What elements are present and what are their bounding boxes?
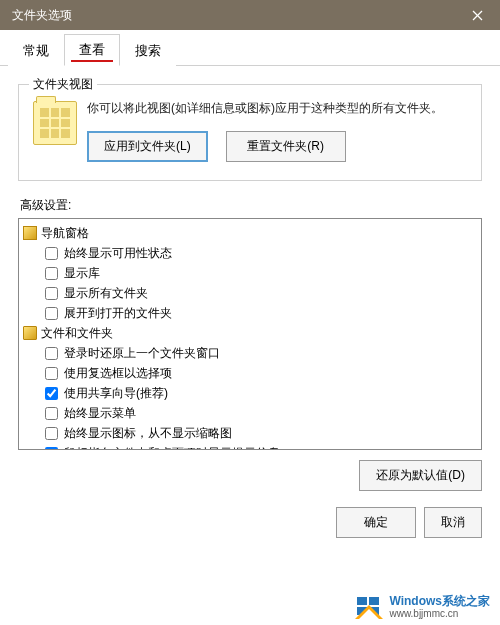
restore-defaults-button[interactable]: 还原为默认值(D) (359, 460, 482, 491)
tree-item-checkbox[interactable] (45, 287, 58, 300)
tree-item[interactable]: 显示所有文件夹 (21, 283, 479, 303)
tree-item-checkbox[interactable] (45, 367, 58, 380)
dialog-buttons: 确定 取消 (0, 507, 500, 550)
tree-item-checkbox[interactable] (45, 307, 58, 320)
tree-item-label: 始终显示图标，从不显示缩略图 (64, 424, 232, 442)
tab-search[interactable]: 搜索 (120, 35, 176, 66)
tree-item-label: 始终显示菜单 (64, 404, 136, 422)
tree-item[interactable]: 展开到打开的文件夹 (21, 303, 479, 323)
close-icon (472, 10, 483, 21)
advanced-settings-label: 高级设置: (20, 197, 482, 214)
titlebar: 文件夹选项 (0, 0, 500, 30)
tree-item[interactable]: 显示库 (21, 263, 479, 283)
tab-content: 文件夹视图 你可以将此视图(如详细信息或图标)应用于这种类型的所有文件夹。 应用… (0, 66, 500, 501)
tree-item-checkbox[interactable] (45, 247, 58, 260)
tree-item[interactable]: 使用共享向导(推荐) (21, 383, 479, 403)
tree-item-checkbox[interactable] (45, 427, 58, 440)
watermark-url: www.bjjmmc.cn (389, 608, 490, 619)
tab-view[interactable]: 查看 (64, 34, 120, 66)
window-title: 文件夹选项 (12, 7, 72, 24)
ok-button[interactable]: 确定 (336, 507, 416, 538)
tree-item-label: 始终显示可用性状态 (64, 244, 172, 262)
folder-group-icon (23, 226, 37, 240)
tree-item[interactable]: 鼠标指向文件夹和桌面项时显示提示信息 (21, 443, 479, 450)
cancel-button[interactable]: 取消 (424, 507, 482, 538)
tree-item-checkbox[interactable] (45, 387, 58, 400)
tree-group-label: 导航窗格 (41, 224, 89, 242)
apply-to-folders-button[interactable]: 应用到文件夹(L) (87, 131, 208, 162)
svg-rect-3 (369, 597, 379, 605)
folder-views-group: 文件夹视图 你可以将此视图(如详细信息或图标)应用于这种类型的所有文件夹。 应用… (18, 84, 482, 181)
tree-item-checkbox[interactable] (45, 447, 58, 451)
tree-group-label: 文件和文件夹 (41, 324, 113, 342)
tree-group: 导航窗格 (21, 223, 479, 243)
svg-rect-2 (357, 597, 367, 605)
tree-group: 文件和文件夹 (21, 323, 479, 343)
tree-item-label: 鼠标指向文件夹和桌面项时显示提示信息 (64, 444, 280, 450)
tree-item-checkbox[interactable] (45, 267, 58, 280)
tree-item-label: 登录时还原上一个文件夹窗口 (64, 344, 220, 362)
tab-general[interactable]: 常规 (8, 35, 64, 66)
advanced-settings-tree[interactable]: 导航窗格始终显示可用性状态显示库显示所有文件夹展开到打开的文件夹文件和文件夹登录… (18, 218, 482, 450)
tree-item[interactable]: 始终显示图标，从不显示缩略图 (21, 423, 479, 443)
reset-folders-button[interactable]: 重置文件夹(R) (226, 131, 346, 162)
tab-bar: 常规 查看 搜索 (0, 30, 500, 66)
tree-item-label: 显示所有文件夹 (64, 284, 148, 302)
folder-views-legend: 文件夹视图 (29, 76, 97, 93)
tree-item-label: 显示库 (64, 264, 100, 282)
tree-item-label: 使用复选框以选择项 (64, 364, 172, 382)
tree-item[interactable]: 始终显示可用性状态 (21, 243, 479, 263)
tree-item-checkbox[interactable] (45, 347, 58, 360)
tree-item-checkbox[interactable] (45, 407, 58, 420)
folder-group-icon (23, 326, 37, 340)
tree-item-label: 展开到打开的文件夹 (64, 304, 172, 322)
close-button[interactable] (455, 0, 500, 30)
watermark: Windows系统之家 www.bjjmmc.cn (351, 593, 494, 621)
windows-logo-icon (355, 595, 383, 619)
folder-views-description: 你可以将此视图(如详细信息或图标)应用于这种类型的所有文件夹。 (87, 99, 467, 117)
tree-item[interactable]: 登录时还原上一个文件夹窗口 (21, 343, 479, 363)
tree-item-label: 使用共享向导(推荐) (64, 384, 168, 402)
tree-item[interactable]: 始终显示菜单 (21, 403, 479, 423)
watermark-title: Windows系统之家 (389, 595, 490, 608)
folder-views-icon (33, 101, 77, 145)
tree-item[interactable]: 使用复选框以选择项 (21, 363, 479, 383)
